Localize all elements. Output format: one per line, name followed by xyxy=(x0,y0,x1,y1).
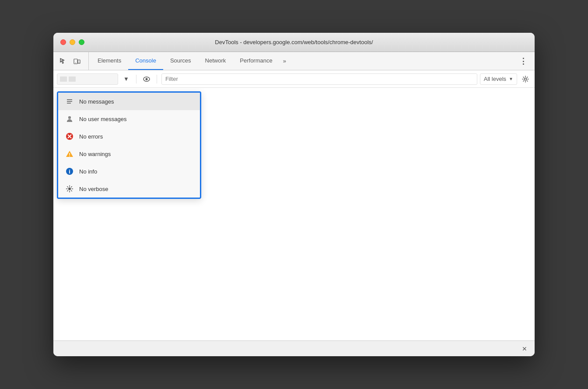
svg-text:!: ! xyxy=(69,152,70,157)
levels-dropdown-panel: No messages No user messages xyxy=(57,91,201,199)
svg-text:i: i xyxy=(69,168,70,175)
inspect-element-button[interactable] xyxy=(57,55,69,67)
svg-point-6 xyxy=(525,78,527,80)
dropdown-item-messages[interactable]: No messages xyxy=(58,93,200,110)
minimize-traffic-light[interactable] xyxy=(70,39,75,45)
user-messages-icon xyxy=(65,115,74,123)
svg-point-3 xyxy=(79,63,80,63)
close-traffic-light[interactable] xyxy=(60,39,66,45)
toolbar-divider-2 xyxy=(157,75,157,83)
tabbar: Elements Console Sources Network Perform… xyxy=(53,52,535,70)
console-toolbar: ▼ All levels ▼ xyxy=(53,70,535,88)
close-button[interactable]: ✕ xyxy=(520,344,529,354)
svg-point-2 xyxy=(75,63,76,63)
svg-point-11 xyxy=(68,116,71,119)
preserve-log-button[interactable] xyxy=(141,73,152,85)
dropdown-item-info[interactable]: i No info xyxy=(58,163,200,180)
tab-more-button[interactable]: » xyxy=(280,52,290,70)
all-levels-dropdown[interactable]: All levels ▼ xyxy=(480,73,517,85)
tabbar-icons xyxy=(57,52,89,70)
all-levels-arrow: ▼ xyxy=(509,76,513,81)
messages-icon xyxy=(65,97,74,106)
bottom-bar: ✕ xyxy=(53,340,535,356)
filter-input[interactable] xyxy=(161,73,477,85)
warning-icon: ! xyxy=(65,149,74,158)
error-icon xyxy=(65,132,74,141)
dropdown-item-user-messages[interactable]: No user messages xyxy=(58,110,200,128)
dropdown-item-errors[interactable]: No errors xyxy=(58,128,200,145)
dropdown-item-warnings[interactable]: ! No warnings xyxy=(58,145,200,163)
tab-elements[interactable]: Elements xyxy=(91,52,128,70)
svg-point-5 xyxy=(145,78,147,80)
info-icon: i xyxy=(65,167,74,176)
devtools-window: DevTools - developers.google.com/web/too… xyxy=(53,33,535,356)
window-title: DevTools - developers.google.com/web/too… xyxy=(215,39,373,45)
tab-network[interactable]: Network xyxy=(198,52,233,70)
maximize-traffic-light[interactable] xyxy=(79,39,84,45)
tab-sources[interactable]: Sources xyxy=(163,52,198,70)
dropdown-item-verbose[interactable]: No verbose xyxy=(58,180,200,198)
main-content: No messages No user messages xyxy=(53,88,535,340)
tab-console[interactable]: Console xyxy=(128,52,163,70)
device-toolbar-button[interactable] xyxy=(71,55,83,67)
tabbar-right: ⋮ xyxy=(517,52,535,70)
traffic-lights xyxy=(60,39,84,45)
tab-performance[interactable]: Performance xyxy=(233,52,279,70)
console-settings-button[interactable] xyxy=(520,73,531,85)
svg-point-19 xyxy=(68,188,71,190)
titlebar: DevTools - developers.google.com/web/too… xyxy=(53,33,535,52)
verbose-icon xyxy=(65,184,74,193)
kebab-menu-button[interactable]: ⋮ xyxy=(517,55,529,67)
toolbar-divider-1 xyxy=(136,75,136,83)
levels-dropdown-button[interactable]: ▼ xyxy=(121,73,132,85)
